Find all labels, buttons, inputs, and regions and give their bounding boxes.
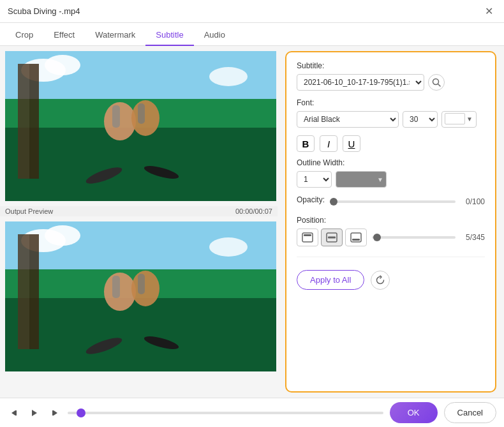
outline-color-picker[interactable]: ▼: [336, 171, 387, 188]
svg-rect-7: [29, 64, 39, 179]
svg-rect-21: [29, 234, 39, 349]
subtitle-panel: Subtitle: 2021-06-10_10-17-19-795(1)1.sr…: [285, 51, 496, 393]
opacity-slider[interactable]: [330, 200, 456, 203]
tab-effect[interactable]: Effect: [43, 25, 85, 46]
cancel-button[interactable]: Cancel: [444, 402, 496, 423]
opacity-value: 0/100: [461, 197, 485, 206]
svg-rect-6: [18, 64, 29, 179]
tab-audio[interactable]: Audio: [194, 25, 235, 46]
forward-button[interactable]: [46, 405, 61, 421]
italic-button[interactable]: I: [320, 135, 337, 152]
subtitle-file-select[interactable]: 2021-06-10_10-17-19-795(1)1.srt: [297, 74, 424, 91]
position-top-button[interactable]: [297, 228, 318, 246]
font-size-select[interactable]: 30: [403, 111, 438, 128]
output-preview-label: Output Preview: [5, 207, 53, 215]
position-slider[interactable]: [372, 236, 456, 239]
subtitle-select-row: 2021-06-10_10-17-19-795(1)1.srt: [297, 74, 485, 91]
ok-button[interactable]: OK: [390, 402, 438, 423]
apply-to-all-button[interactable]: Apply to All: [297, 270, 364, 290]
font-row-container: Font: Arial Black 30 ▼: [297, 98, 485, 128]
svg-marker-38: [32, 410, 37, 416]
scuba-scene-bottom: [5, 221, 276, 371]
subtitle-search-button[interactable]: [428, 74, 445, 91]
play-button[interactable]: [27, 405, 42, 421]
divider: [297, 257, 485, 257]
svg-point-23: [131, 271, 159, 306]
font-name-select[interactable]: Arial Black: [297, 111, 399, 128]
subtitle-row: Subtitle: 2021-06-10_10-17-19-795(1)1.sr…: [297, 61, 485, 91]
opacity-label: Opacity:: [297, 195, 325, 204]
svg-point-9: [131, 100, 159, 136]
svg-rect-27: [138, 274, 145, 294]
scuba-scene-top: [5, 51, 276, 201]
position-label: Position:: [297, 216, 485, 225]
svg-rect-37: [15, 410, 17, 416]
svg-point-3: [209, 67, 248, 86]
outline-row: Outline Width: 1 ▼: [297, 158, 485, 188]
close-button[interactable]: ✕: [481, 4, 496, 19]
top-video-preview: [5, 51, 276, 201]
playback-controls: [8, 405, 61, 421]
dialog-buttons: OK Cancel: [390, 402, 496, 423]
svg-point-16: [45, 225, 80, 246]
svg-rect-26: [112, 276, 120, 298]
refresh-button[interactable]: [371, 271, 390, 290]
position-row: Position:: [297, 216, 485, 246]
svg-rect-13: [138, 103, 145, 124]
svg-rect-35: [352, 239, 360, 241]
outline-width-select[interactable]: 1: [297, 171, 332, 188]
svg-line-29: [438, 84, 441, 87]
window-title: Scuba Diving -.mp4: [8, 6, 80, 16]
svg-marker-39: [54, 410, 57, 416]
tab-crop[interactable]: Crop: [5, 25, 43, 46]
outline-controls: 1 ▼: [297, 171, 485, 188]
svg-point-2: [45, 55, 80, 75]
svg-rect-31: [304, 234, 311, 236]
svg-point-17: [209, 237, 248, 257]
svg-rect-12: [112, 105, 120, 128]
svg-rect-5: [5, 128, 276, 201]
title-bar: Scuba Diving -.mp4 ✕: [0, 0, 504, 23]
output-info-bar: Output Preview 00:00/00:07: [0, 206, 278, 216]
opacity-slider-container: [330, 197, 456, 207]
right-panel: Subtitle: 2021-06-10_10-17-19-795(1)1.sr…: [278, 46, 504, 398]
bottom-video-preview: [5, 221, 276, 371]
svg-rect-33: [328, 237, 336, 239]
position-slider-container: [372, 232, 456, 243]
position-bottom-button[interactable]: [345, 228, 367, 246]
svg-rect-19: [5, 298, 276, 371]
subtitle-label: Subtitle:: [297, 61, 485, 70]
progress-bar[interactable]: [68, 412, 383, 414]
tab-bar: Crop Effect Watermark Subtitle Audio: [0, 23, 504, 46]
svg-rect-20: [18, 234, 29, 349]
font-label: Font:: [297, 98, 485, 107]
tab-watermark[interactable]: Watermark: [85, 25, 145, 46]
rewind-button[interactable]: [8, 405, 23, 421]
bold-button[interactable]: B: [297, 135, 315, 152]
svg-rect-40: [52, 410, 54, 416]
position-buttons: [297, 228, 367, 246]
opacity-row: Opacity: 0/100: [297, 195, 485, 208]
position-value: 5/345: [461, 233, 485, 242]
font-controls-row: Arial Black 30 ▼: [297, 111, 485, 128]
format-buttons-row: B I U: [297, 135, 485, 152]
output-time: 00:00/00:07: [235, 207, 272, 215]
bottom-controls-bar: OK Cancel: [0, 398, 504, 427]
font-color-picker[interactable]: ▼: [441, 111, 477, 128]
position-middle-button[interactable]: [321, 228, 343, 246]
position-controls: 5/345: [297, 228, 485, 246]
underline-button[interactable]: U: [343, 135, 360, 152]
progress-thumb: [77, 408, 85, 417]
svg-marker-36: [11, 410, 15, 416]
video-section: Output Preview 00:00/00:07: [0, 46, 278, 398]
outline-label: Outline Width:: [297, 158, 485, 167]
main-content: Output Preview 00:00/00:07: [0, 46, 504, 398]
tab-subtitle[interactable]: Subtitle: [145, 25, 193, 46]
apply-row: Apply to All: [297, 270, 485, 290]
